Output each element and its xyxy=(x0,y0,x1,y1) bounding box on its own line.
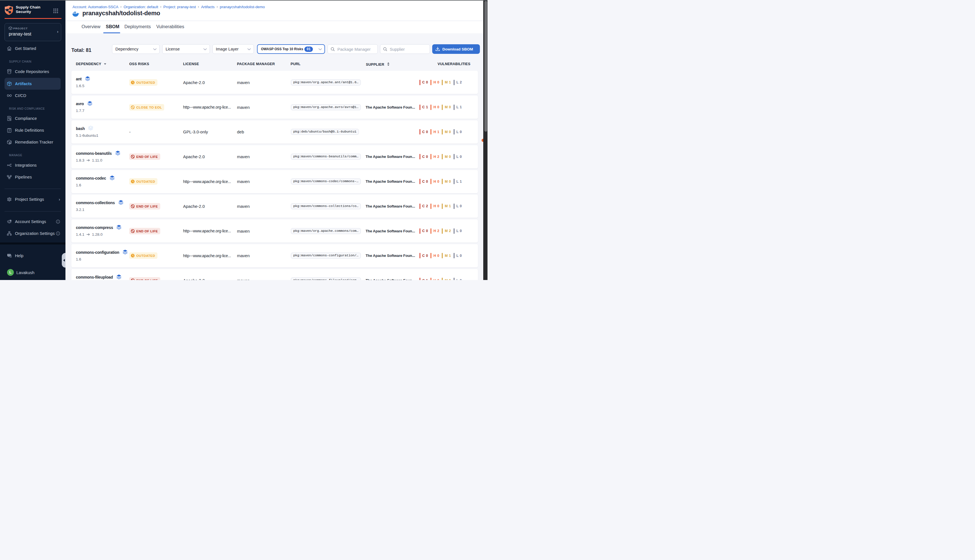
svg-text:?: ? xyxy=(8,254,10,256)
